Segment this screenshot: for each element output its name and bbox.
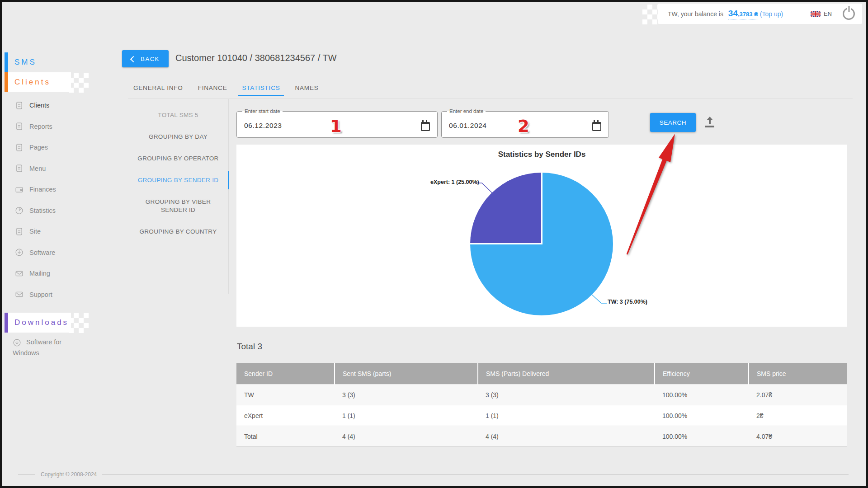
sidebar-item-label: Statistics — [29, 207, 56, 214]
language-label[interactable]: EN — [824, 10, 832, 17]
sidebar-item-clients[interactable]: Clients — [5, 95, 113, 116]
subnav-grouping-by-viber-sender-id[interactable]: GROUPING BY VIBER SENDER ID — [128, 191, 228, 221]
chart-card: Statistics by Sender IDs eXpert: 1 (25.0… — [236, 145, 847, 327]
sidebar-item-mailing[interactable]: Mailing — [5, 263, 113, 284]
col-efficiency: Efficiency — [655, 363, 749, 385]
export-upload-icon[interactable] — [705, 117, 714, 127]
balance-amount[interactable]: 34,3783 ₴ — [728, 9, 758, 19]
cell-sent: 4 (4) — [335, 426, 478, 447]
start-date-input[interactable]: Enter start date 06.12.2023 1 — [236, 108, 438, 138]
sidebar-section-label: Clients — [14, 78, 51, 87]
footer-divider — [18, 474, 35, 475]
envelope-icon — [15, 269, 24, 278]
annotation-step-1: 1 — [330, 117, 342, 136]
tab-general-info[interactable]: GENERAL INFO — [133, 81, 183, 99]
calendar-icon[interactable] — [592, 122, 601, 131]
sidebar-item-label: Support — [29, 291, 52, 298]
pixel-decor — [69, 313, 89, 333]
cell-sent: 3 (3) — [335, 385, 478, 405]
sidebar-item-support[interactable]: Support — [5, 284, 113, 305]
tab-names[interactable]: NAMES — [295, 81, 319, 99]
subnav-grouping-by-country[interactable]: GROUPING BY COUNTRY — [128, 221, 228, 243]
top-up-link[interactable]: (Top up) — [760, 10, 783, 18]
cell-sender-id: TW — [236, 385, 335, 405]
table-row: eXpert 1 (1) 1 (1) 100.00% 2₴ — [236, 405, 847, 426]
sidebar-item-menu[interactable]: Menu — [5, 158, 113, 179]
cell-sender-id: Total — [236, 426, 335, 447]
document-icon — [15, 143, 24, 152]
tab-bar: GENERAL INFO FINANCE STATISTICS NAMES — [128, 81, 853, 99]
end-date-label: Enter end date — [447, 108, 486, 114]
download-icon — [15, 248, 24, 257]
pie-chart-icon — [15, 206, 24, 215]
pie-slice-divider — [541, 172, 542, 244]
tab-statistics[interactable]: STATISTICS — [242, 81, 280, 99]
sidebar-item-label: Clients — [29, 102, 49, 109]
cell-efficiency: 100.00% — [655, 426, 749, 447]
start-date-label: Enter start date — [242, 108, 283, 114]
cell-price: 2.07₴ — [749, 385, 847, 405]
sidebar-section-sms[interactable]: SMS — [5, 52, 37, 72]
sidebar-item-label: Reports — [29, 123, 52, 130]
table-header-row: Sender ID Sent SMS (parts) SMS (Parts) D… — [236, 363, 847, 385]
pixel-decor — [69, 73, 89, 93]
balance-integer: 34 — [728, 9, 738, 18]
col-delivered: SMS (Parts) Delivered — [478, 363, 655, 385]
sidebar-item-site[interactable]: Site — [5, 221, 113, 242]
sidebar-menu: Clients Reports Pages Menu Finances Stat… — [5, 95, 113, 305]
tab-finance[interactable]: FINANCE — [198, 81, 227, 99]
sidebar-item-label: Software — [29, 249, 55, 256]
cell-efficiency: 100.00% — [655, 405, 749, 426]
search-button[interactable]: SEARCH — [650, 113, 696, 132]
envelope-icon — [15, 290, 24, 299]
section-accent-bar — [5, 313, 8, 333]
sidebar-item-label: Finances — [29, 186, 56, 193]
chevron-left-icon — [130, 56, 137, 62]
section-accent-bar — [5, 72, 8, 92]
wallet-icon — [15, 185, 24, 194]
cell-price: 4.07₴ — [749, 426, 847, 447]
sidebar-item-pages[interactable]: Pages — [5, 137, 113, 158]
document-icon — [15, 101, 24, 110]
cell-delivered: 3 (3) — [478, 385, 655, 405]
uk-flag-icon[interactable] — [811, 11, 821, 17]
start-date-value[interactable]: 06.12.2023 — [244, 122, 282, 130]
total-label: Total 3 — [237, 342, 262, 352]
balance-label: TW, your balance is — [668, 10, 725, 18]
back-button-label: BACK — [141, 56, 159, 62]
cell-sent: 1 (1) — [335, 405, 478, 426]
calendar-icon[interactable] — [421, 122, 430, 131]
subnav-grouping-by-operator[interactable]: GROUPING BY OPERATOR — [128, 148, 228, 169]
sidebar-item-software-for-windows[interactable]: Software for Windows — [13, 337, 76, 358]
sidebar-item-software[interactable]: Software — [5, 242, 113, 263]
subnav-grouping-by-day[interactable]: GROUPING BY DAY — [128, 126, 228, 148]
pie-slice-divider — [470, 243, 542, 244]
col-sent-sms: Sent SMS (parts) — [335, 363, 478, 385]
subnav-total-sms[interactable]: TOTAL SMS 5 — [128, 104, 228, 126]
col-sender-id: Sender ID — [236, 363, 335, 385]
cell-efficiency: 100.00% — [655, 385, 749, 405]
back-button[interactable]: BACK — [122, 50, 169, 67]
chart-title: Statistics by Sender IDs — [236, 150, 847, 159]
document-icon — [15, 164, 24, 173]
sidebar-section-clients[interactable]: Clients — [5, 72, 71, 92]
cell-delivered: 4 (4) — [478, 426, 655, 447]
page-title: Customer 101040 / 380681234567 / TW — [175, 53, 337, 63]
sidebar-item-label: Pages — [29, 144, 48, 151]
logout-power-icon[interactable] — [843, 8, 855, 20]
end-date-input[interactable]: Enter end date 06.01.2024 2 — [441, 108, 609, 138]
document-icon — [15, 122, 24, 131]
balance-fraction: ,3783 ₴ — [738, 11, 758, 18]
sidebar-section-downloads[interactable]: Downloads — [5, 313, 71, 333]
sidebar-section-label: Downloads — [14, 318, 69, 327]
sidebar-item-finances[interactable]: Finances — [5, 179, 113, 200]
document-icon — [15, 227, 24, 236]
end-date-value[interactable]: 06.01.2024 — [449, 122, 487, 130]
download-icon — [13, 338, 21, 347]
sidebar-item-statistics[interactable]: Statistics — [5, 200, 113, 221]
cell-delivered: 1 (1) — [478, 405, 655, 426]
sidebar-item-reports[interactable]: Reports — [5, 116, 113, 137]
statistics-subnav: TOTAL SMS 5 GROUPING BY DAY GROUPING BY … — [128, 99, 229, 294]
subnav-grouping-by-sender-id[interactable]: GROUPING BY SENDER ID — [128, 169, 228, 191]
cell-price: 2₴ — [749, 405, 847, 426]
